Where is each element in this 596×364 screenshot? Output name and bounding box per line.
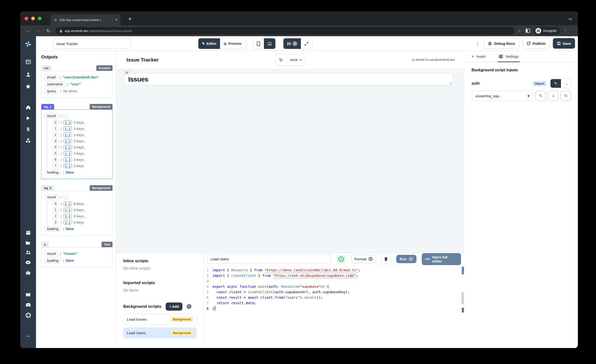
minimize-window-button[interactable] bbox=[31, 17, 35, 20]
tab-settings[interactable]: Settings bbox=[499, 51, 519, 62]
connect-mode-button[interactable]: → bbox=[561, 79, 571, 88]
output-row[interactable]: loading : false bbox=[44, 170, 110, 175]
publish-button[interactable]: Publish bbox=[522, 38, 550, 49]
array-item[interactable]: 7:{...}3 keys bbox=[52, 163, 110, 168]
mobile-view-button[interactable] bbox=[253, 38, 264, 49]
sidebar-item-apps[interactable] bbox=[20, 58, 36, 66]
sidebar-item-github[interactable] bbox=[20, 311, 36, 319]
delete-script-button[interactable] bbox=[381, 255, 390, 264]
key-pill[interactable]: loading bbox=[44, 170, 61, 175]
clear-icon[interactable]: × bbox=[528, 94, 530, 98]
windmill-logo[interactable] bbox=[20, 40, 36, 48]
key-pill[interactable]: query bbox=[44, 88, 59, 94]
key-pill[interactable]: result bbox=[44, 194, 58, 200]
refresh-mode-dropdown[interactable]: once bbox=[287, 54, 305, 65]
output-row[interactable]: result : - bbox=[44, 113, 110, 119]
script-item-load-issues[interactable]: Load Issues Background bbox=[123, 314, 197, 325]
index-pill[interactable]: 0 bbox=[52, 120, 59, 125]
edit-mode-button[interactable]: ✎ bbox=[551, 79, 561, 88]
index-pill[interactable]: 3 bbox=[52, 220, 59, 224]
key-pill[interactable]: result bbox=[44, 113, 58, 119]
output-row[interactable]: email : "user@windmill.dev" bbox=[44, 74, 110, 80]
app-name-input[interactable] bbox=[53, 39, 131, 49]
open-full-editor-button[interactable]: </> Open full editor bbox=[422, 253, 461, 265]
key-pill[interactable]: loading bbox=[44, 226, 61, 231]
sidebar-item-home[interactable] bbox=[20, 103, 36, 111]
close-window-button[interactable] bbox=[25, 17, 28, 20]
bg1-tab[interactable]: bg_1 bbox=[41, 104, 54, 109]
output-row[interactable]: query : No items bbox=[44, 88, 110, 94]
index-pill[interactable]: 1 bbox=[52, 207, 59, 212]
format-button[interactable]: Format i bbox=[351, 255, 376, 263]
ctx-tab[interactable]: ctx bbox=[41, 65, 52, 71]
object-pill[interactable]: {...} bbox=[63, 163, 72, 168]
fullscreen-button[interactable] bbox=[301, 38, 312, 49]
forward-icon[interactable]: → bbox=[36, 28, 41, 33]
key-pill[interactable]: loading bbox=[44, 258, 61, 263]
new-tab-button[interactable]: + bbox=[128, 15, 132, 23]
output-row[interactable]: result : - bbox=[44, 194, 110, 200]
sidebar-item-favorites[interactable] bbox=[20, 82, 36, 91]
sidebar-collapse-arrow-icon[interactable]: → bbox=[20, 331, 36, 339]
resize-handle[interactable] bbox=[449, 82, 451, 84]
resource-select[interactable]: u/user/my_sup... × bbox=[472, 91, 533, 101]
collapse-toggle[interactable]: - bbox=[63, 195, 69, 200]
sidebar-item-schedules[interactable] bbox=[20, 229, 36, 237]
address-bar[interactable]: app.windmill.dev/apps/edit/u/user/issue-… bbox=[56, 27, 514, 35]
array-item[interactable]: 0:{...}8 keys , bbox=[52, 201, 110, 206]
object-pill[interactable]: {...} bbox=[63, 120, 72, 125]
array-item[interactable]: 0:{...}3 keys , bbox=[52, 120, 110, 125]
object-pill[interactable]: {...} bbox=[63, 151, 72, 156]
add-background-script-button[interactable]: + Add bbox=[166, 303, 182, 311]
tab-preview[interactable]: ◎ Preview bbox=[220, 38, 245, 49]
index-pill[interactable]: 2 bbox=[52, 214, 59, 218]
key-pill[interactable]: username bbox=[44, 81, 66, 87]
sidebar-item-workers[interactable] bbox=[20, 269, 36, 277]
index-pill[interactable]: 5 bbox=[52, 151, 59, 156]
object-pill[interactable]: {...} bbox=[63, 208, 72, 212]
sidebar-item-audit-logs[interactable] bbox=[20, 258, 36, 267]
refresh-resource-button[interactable]: ↻ bbox=[561, 91, 571, 101]
window-controls[interactable] bbox=[25, 17, 41, 20]
collapse-toggle[interactable]: - bbox=[63, 113, 69, 118]
desktop-view-button[interactable] bbox=[264, 38, 275, 49]
reload-icon[interactable]: ↻ bbox=[46, 28, 50, 34]
index-pill[interactable]: 0 bbox=[52, 201, 59, 206]
overview-ruler[interactable] bbox=[461, 265, 464, 348]
index-pill[interactable]: 4 bbox=[52, 145, 59, 149]
sidebar-item-resources[interactable] bbox=[20, 137, 36, 145]
add-resource-button[interactable]: + bbox=[548, 91, 558, 101]
index-pill[interactable]: 2 bbox=[52, 132, 59, 137]
zoom-window-button[interactable] bbox=[38, 17, 41, 20]
sidebar-item-folders[interactable] bbox=[20, 239, 36, 247]
output-row[interactable]: username : "user" bbox=[44, 81, 110, 87]
array-item[interactable]: 2:{...}8 keys , bbox=[52, 214, 110, 218]
array-item[interactable]: 3:{...}8 keys bbox=[52, 220, 110, 224]
output-row[interactable]: loading : false bbox=[44, 226, 110, 231]
array-item[interactable]: 2:{...}3 keys , bbox=[52, 132, 110, 137]
debug-runs-button[interactable]: Debug Runs bbox=[484, 38, 519, 49]
index-pill[interactable]: 7 bbox=[52, 163, 59, 168]
more-menu-icon[interactable]: ⋮ bbox=[475, 41, 480, 46]
sidebar-item-user[interactable] bbox=[20, 70, 36, 78]
array-item[interactable]: 5:{...}3 keys , bbox=[52, 151, 110, 156]
back-icon[interactable]: ← bbox=[26, 28, 30, 33]
object-pill[interactable]: {...} bbox=[63, 201, 72, 206]
a-tab[interactable]: a bbox=[41, 242, 49, 247]
output-row[interactable]: loading : false bbox=[44, 258, 110, 263]
key-pill[interactable]: email bbox=[44, 74, 58, 80]
object-pill[interactable]: {...} bbox=[63, 139, 72, 143]
refresh-all-button[interactable]: ↻ bbox=[275, 54, 287, 65]
object-pill[interactable]: {...} bbox=[63, 145, 72, 149]
object-pill[interactable]: {...} bbox=[63, 126, 72, 131]
object-pill[interactable]: {...} bbox=[63, 214, 72, 218]
tab-close-icon[interactable]: × bbox=[115, 17, 118, 22]
code-editor[interactable]: 1import { Resource } from "https://deno.… bbox=[204, 265, 464, 348]
array-item[interactable]: 1:{...}8 keys , bbox=[52, 207, 110, 212]
edit-resource-button[interactable]: ✎ bbox=[536, 91, 546, 101]
object-pill[interactable]: {...} bbox=[63, 133, 72, 137]
browser-tab[interactable]: Edit App u/user/issue-tracker | × bbox=[51, 14, 120, 25]
bookmark-star-icon[interactable]: ☆ bbox=[518, 28, 521, 33]
sidebar-item-groups[interactable] bbox=[20, 248, 36, 256]
array-item[interactable]: 1:{...}3 keys , bbox=[52, 126, 110, 131]
